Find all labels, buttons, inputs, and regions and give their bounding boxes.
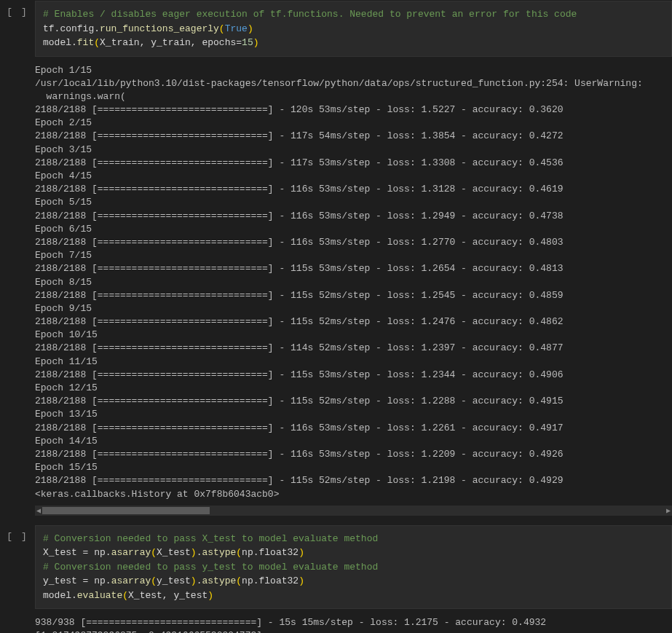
output-line: Epoch 3/15 — [35, 143, 672, 157]
output-line: 2188/2188 [=============================… — [35, 342, 672, 355]
output-line: Epoch 9/15 — [35, 302, 672, 315]
output-line: 2188/2188 [=============================… — [35, 369, 672, 382]
code-token: X_test — [157, 547, 191, 558]
output-line: 2188/2188 [=============================… — [35, 395, 672, 408]
code-token: astype — [202, 575, 236, 586]
scrollbar-left-arrow-icon[interactable]: ◀ — [36, 506, 41, 515]
exec-brackets: [ ] — [7, 7, 28, 57]
code-token: ( — [236, 547, 242, 558]
code-comment: # Conversion needed to pass y_test to mo… — [43, 562, 378, 573]
output-line: 2188/2188 [=============================… — [35, 448, 672, 461]
exec-indicator[interactable]: [ ] — [0, 525, 35, 610]
exec-brackets: [ ] — [7, 531, 28, 610]
code-token: ( — [94, 37, 100, 48]
output-line: /usr/local/lib/python3.10/dist-packages/… — [35, 77, 672, 90]
output-line: Epoch 4/15 — [35, 170, 672, 183]
code-editor[interactable]: # Enables / disables eager execution of … — [35, 1, 672, 57]
scrollbar-right-arrow-icon[interactable]: ▶ — [666, 506, 671, 515]
code-token: ) — [299, 547, 304, 558]
scrollbar-thumb[interactable] — [42, 507, 210, 514]
code-token: y_test = np. — [43, 575, 111, 586]
code-token: ( — [219, 23, 225, 34]
code-token: model. — [43, 37, 77, 48]
code-token: ) — [207, 590, 213, 601]
output-line: 2188/2188 [=============================… — [35, 103, 672, 117]
code-token: ) — [253, 37, 259, 48]
output-line: Epoch 14/15 — [35, 435, 672, 448]
code-token: True — [225, 23, 248, 34]
code-token: ( — [151, 547, 157, 558]
output-line: 2188/2188 [=============================… — [35, 315, 672, 329]
code-comment: # Enables / disables eager execution of … — [43, 9, 577, 20]
exec-indicator[interactable]: [ ] — [0, 1, 35, 57]
code-token: 15 — [242, 37, 253, 48]
horizontal-scrollbar[interactable]: ◀ ▶ — [35, 506, 672, 516]
output-line: Epoch 10/15 — [35, 329, 672, 342]
output-line: 2188/2188 [=============================… — [35, 289, 672, 302]
output-line: <keras.callbacks.History at 0x7f8b6043ac… — [35, 488, 672, 501]
output-line: Epoch 7/15 — [35, 249, 672, 262]
code-token: X_test, y_test — [128, 590, 207, 601]
output-line: 2188/2188 [=============================… — [35, 474, 672, 487]
output-line: 938/938 [==============================]… — [35, 616, 672, 629]
code-token: evaluate — [77, 590, 122, 601]
output-line: 2188/2188 [=============================… — [35, 130, 672, 143]
output-line: Epoch 11/15 — [35, 355, 672, 369]
output-line: Epoch 6/15 — [35, 223, 672, 236]
code-token: model. — [43, 590, 77, 601]
output-line: Epoch 12/15 — [35, 382, 672, 395]
output-line: Epoch 13/15 — [35, 408, 672, 421]
output-area-1: Epoch 1/15/usr/local/lib/python3.10/dist… — [35, 57, 672, 506]
code-token: ( — [122, 590, 128, 601]
code-cell-2: [ ] # Conversion needed to pass X_test t… — [0, 524, 672, 610]
output-line: 2188/2188 [=============================… — [35, 157, 672, 170]
code-token: asarray — [111, 547, 151, 558]
code-editor[interactable]: # Conversion needed to pass X_test to mo… — [35, 525, 672, 610]
output-area-2: 938/938 [==============================]… — [35, 609, 672, 633]
code-token: ) — [248, 23, 253, 34]
output-line: 2188/2188 [=============================… — [35, 422, 672, 435]
output-line: 2188/2188 [=============================… — [35, 262, 672, 275]
output-line: Epoch 2/15 — [35, 117, 672, 130]
code-token: np.float32 — [242, 575, 299, 586]
code-token: asarray — [111, 575, 151, 586]
output-line: Epoch 8/15 — [35, 276, 672, 289]
code-cell-1: [ ] # Enables / disables eager execution… — [0, 0, 672, 57]
output-line: Epoch 1/15 — [35, 64, 672, 77]
output-line: Epoch 5/15 — [35, 196, 672, 209]
output-line: 2188/2188 [=============================… — [35, 183, 672, 196]
code-token: astype — [202, 547, 236, 558]
output-line: warnings.warn( — [35, 90, 672, 103]
code-token: ) — [191, 575, 197, 586]
code-token: tf.config. — [43, 23, 100, 34]
code-token: fit — [77, 37, 94, 48]
code-comment: # Conversion needed to pass X_test to mo… — [43, 533, 378, 544]
code-token: np.float32 — [242, 547, 299, 558]
code-token: ( — [151, 575, 157, 586]
output-line: [1.217498779296875, 0.49316665530204773] — [35, 629, 672, 633]
code-token: ) — [191, 547, 197, 558]
code-token: X_train, y_train, epochs= — [100, 37, 242, 48]
code-token: ) — [299, 575, 304, 586]
output-line: 2188/2188 [=============================… — [35, 210, 672, 223]
output-line: Epoch 15/15 — [35, 461, 672, 474]
code-token: ( — [236, 575, 242, 586]
code-token: X_test = np. — [43, 547, 111, 558]
output-line: 2188/2188 [=============================… — [35, 236, 672, 249]
code-token: run_functions_eagerly — [100, 23, 219, 34]
code-token: y_test — [157, 575, 191, 586]
